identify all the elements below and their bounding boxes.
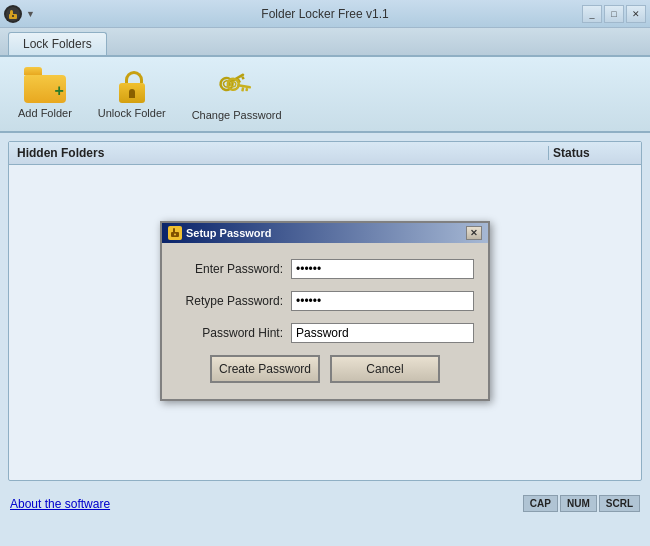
add-folder-button[interactable]: + Add Folder: [10, 63, 80, 125]
dialog-title-icon: [168, 226, 182, 240]
cap-indicator: CAP: [523, 495, 558, 512]
about-link[interactable]: About the software: [10, 497, 110, 511]
dialog-overlay: Setup Password ✕ Enter Password: Retype …: [9, 142, 641, 480]
retype-password-row: Retype Password:: [176, 291, 474, 311]
svg-point-18: [174, 234, 176, 236]
add-folder-label: Add Folder: [18, 107, 72, 119]
dialog-title-text: Setup Password: [186, 227, 272, 239]
keys-icon: [215, 67, 259, 105]
tab-lock-folders[interactable]: Lock Folders: [8, 32, 107, 55]
password-hint-label: Password Hint:: [176, 326, 291, 340]
password-hint-row: Password Hint:: [176, 323, 474, 343]
num-indicator: NUM: [560, 495, 597, 512]
svg-rect-13: [245, 88, 248, 91]
dialog-buttons: Create Password Cancel: [176, 355, 474, 387]
dialog-titlebar: Setup Password ✕: [162, 223, 488, 243]
quick-access-icon: ▼: [26, 9, 35, 19]
scrl-indicator: SCRL: [599, 495, 640, 512]
maximize-button[interactable]: □: [604, 5, 624, 23]
svg-rect-14: [241, 87, 244, 91]
unlock-folder-label: Unlock Folder: [98, 107, 166, 119]
dialog-close-button[interactable]: ✕: [466, 226, 482, 240]
svg-point-4: [12, 15, 14, 17]
password-hint-input[interactable]: [291, 323, 474, 343]
enter-password-label: Enter Password:: [176, 262, 291, 276]
close-button[interactable]: ✕: [626, 5, 646, 23]
unlock-folder-button[interactable]: Unlock Folder: [90, 63, 174, 125]
enter-password-row: Enter Password:: [176, 259, 474, 279]
minimize-button[interactable]: _: [582, 5, 602, 23]
setup-password-dialog: Setup Password ✕ Enter Password: Retype …: [160, 221, 490, 401]
retype-password-label: Retype Password:: [176, 294, 291, 308]
change-password-button[interactable]: Change Password: [184, 63, 290, 125]
footer: About the software CAP NUM SCRL: [0, 489, 650, 518]
main-content-area: Hidden Folders Status Setup Password: [8, 141, 642, 481]
app-icon: [4, 5, 22, 23]
lock-icon: [114, 67, 150, 103]
folder-plus-icon: +: [24, 67, 66, 103]
enter-password-input[interactable]: [291, 259, 474, 279]
create-password-button[interactable]: Create Password: [210, 355, 320, 383]
retype-password-input[interactable]: [291, 291, 474, 311]
app-title: Folder Locker Free v1.1: [261, 7, 388, 21]
cancel-button[interactable]: Cancel: [330, 355, 440, 383]
status-bar: CAP NUM SCRL: [523, 495, 640, 512]
change-password-label: Change Password: [192, 109, 282, 121]
